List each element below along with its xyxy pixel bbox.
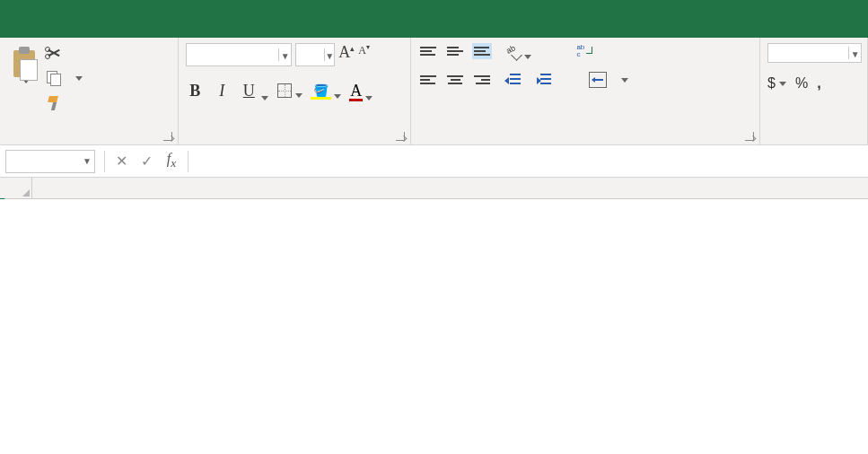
font-name-input[interactable] (187, 46, 278, 64)
increase-indent-button[interactable] (535, 72, 553, 88)
ribbon: ▼ ▼ A▴ A▾ B I U 🪣 A (0, 38, 868, 145)
underline-button[interactable]: U (240, 82, 268, 100)
format-painter-button[interactable] (47, 93, 83, 113)
paste-icon (11, 47, 38, 79)
currency-button[interactable]: $ (767, 75, 786, 92)
vertical-align-set (418, 43, 492, 59)
align-center-button[interactable] (445, 72, 465, 88)
chevron-down-icon[interactable] (334, 94, 341, 99)
wrap-text-button[interactable] (574, 43, 598, 59)
borders-button[interactable] (277, 83, 302, 98)
bold-button[interactable]: B (186, 82, 204, 100)
copy-dropdown-icon[interactable] (75, 76, 83, 81)
align-bottom-button[interactable] (472, 43, 492, 59)
chevron-down-icon[interactable]: ▼ (324, 48, 334, 61)
chevron-down-icon[interactable] (524, 55, 531, 59)
font-size-input[interactable] (296, 46, 324, 64)
paste-button[interactable] (7, 43, 41, 83)
copy-button[interactable] (47, 68, 83, 88)
fill-color-button[interactable]: 🪣 (311, 83, 341, 99)
font-color-button[interactable]: A (350, 82, 373, 100)
decrease-font-icon[interactable]: A▾ (358, 43, 370, 66)
align-top-button[interactable] (418, 43, 438, 59)
merge-icon (589, 72, 607, 88)
cut-button[interactable] (47, 43, 83, 63)
chevron-down-icon[interactable] (621, 78, 628, 83)
percent-button[interactable]: % (795, 75, 808, 92)
group-alignment (411, 38, 760, 144)
font-size-combo[interactable]: ▼ (295, 43, 335, 66)
cancel-formula-icon[interactable]: ✕ (109, 153, 134, 170)
scissors-icon (47, 46, 61, 60)
chevron-down-icon[interactable] (261, 96, 268, 100)
increase-font-icon[interactable]: A▴ (338, 43, 355, 66)
chevron-down-icon[interactable] (295, 93, 302, 98)
copy-icon (47, 71, 61, 85)
spreadsheet-grid (0, 178, 868, 199)
brush-icon (47, 96, 61, 110)
border-icon (277, 83, 292, 98)
number-format-input[interactable] (768, 44, 848, 62)
chevron-down-icon[interactable]: ▼ (80, 156, 94, 166)
chevron-down-icon[interactable]: ▼ (278, 48, 291, 61)
dialog-launcher-icon[interactable] (745, 132, 754, 141)
chevron-down-icon[interactable] (779, 82, 786, 86)
column-headers (0, 178, 868, 199)
select-all-corner[interactable] (0, 178, 32, 198)
align-right-button[interactable] (472, 72, 492, 88)
chevron-down-icon[interactable]: ▼ (848, 47, 861, 59)
orientation-icon (504, 43, 521, 59)
horizontal-align-set (418, 72, 492, 88)
group-label-alignment (411, 139, 759, 144)
number-format-combo[interactable]: ▼ (767, 43, 862, 63)
chevron-down-icon[interactable] (365, 96, 373, 100)
decrease-indent-button[interactable] (504, 72, 522, 88)
name-box-input[interactable] (6, 153, 80, 170)
dialog-launcher-icon[interactable] (396, 132, 405, 141)
fill-color-icon: 🪣 (311, 83, 330, 99)
font-color-icon: A (350, 82, 362, 100)
group-clipboard (0, 38, 179, 144)
ribbon-tabs (0, 0, 868, 38)
group-label-number (760, 139, 867, 144)
group-font: ▼ ▼ A▴ A▾ B I U 🪣 A (179, 38, 411, 144)
orientation-button[interactable] (504, 43, 531, 59)
align-middle-button[interactable] (445, 43, 465, 59)
align-left-button[interactable] (418, 72, 438, 88)
dialog-launcher-icon[interactable] (163, 132, 172, 141)
italic-button[interactable]: I (213, 82, 231, 100)
merge-center-button[interactable] (589, 72, 628, 88)
formula-bar: ▼ ✕ ✓ fx (0, 145, 868, 178)
fx-icon[interactable]: fx (159, 151, 184, 170)
enter-formula-icon[interactable]: ✓ (134, 153, 159, 170)
group-label-font (179, 139, 410, 144)
name-box[interactable]: ▼ (5, 150, 95, 173)
formula-input[interactable] (192, 153, 868, 169)
group-number: ▼ $ % , (760, 38, 868, 144)
font-name-combo[interactable]: ▼ (186, 43, 292, 66)
group-label-clipboard (0, 139, 178, 144)
comma-button[interactable]: , (817, 75, 820, 92)
wrap-text-icon (574, 43, 592, 59)
